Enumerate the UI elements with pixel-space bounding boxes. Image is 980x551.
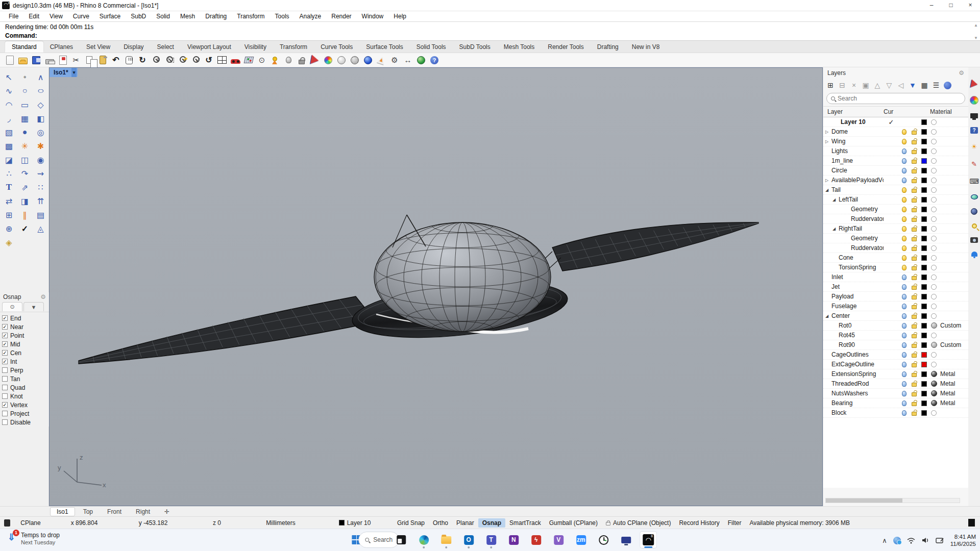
- new-file-button[interactable]: [4, 55, 15, 66]
- layer-color-swatch[interactable]: [921, 265, 927, 270]
- viewport-page-tab[interactable]: Iso1: [50, 507, 75, 516]
- osnap-tab[interactable]: ⊙: [2, 302, 22, 311]
- tool-button[interactable]: ∥: [17, 208, 32, 221]
- layer-name[interactable]: Layer 10: [841, 118, 866, 126]
- tool-button[interactable]: ◠: [2, 98, 16, 111]
- layer-visibility-bulb-icon[interactable]: [902, 391, 906, 396]
- taskbar-app-button[interactable]: ◠: [640, 531, 657, 548]
- current-layer-check[interactable]: ✓: [884, 118, 899, 126]
- status-item[interactable]: CPlane: [10, 518, 51, 528]
- layer-lock-icon[interactable]: [912, 228, 917, 232]
- layer-color-swatch[interactable]: [921, 158, 927, 164]
- viewport-page-tab[interactable]: Front: [101, 508, 128, 516]
- layer-name[interactable]: NutsWashers: [831, 390, 868, 397]
- menu-item[interactable]: View: [45, 12, 67, 21]
- tree-toggle-icon[interactable]: ▷: [825, 130, 831, 134]
- layer-color-swatch[interactable]: [921, 371, 927, 377]
- layer-color-swatch[interactable]: [921, 410, 927, 416]
- layer-name[interactable]: CageOutlines: [831, 351, 869, 358]
- layer-visibility-bulb-icon[interactable]: [902, 226, 906, 232]
- osnap-option[interactable]: Perp: [2, 366, 49, 374]
- tool-button[interactable]: ▦: [17, 112, 32, 125]
- pan-button[interactable]: [124, 55, 135, 66]
- toolbar-tab[interactable]: Solid Tools: [410, 41, 453, 53]
- render-button[interactable]: [362, 55, 374, 66]
- status-item[interactable]: Auto CPlane (Object): [602, 518, 675, 528]
- panel-tab[interactable]: [972, 223, 977, 229]
- layer-visibility-bulb-icon[interactable]: [902, 245, 906, 251]
- layer-material-icon[interactable]: [931, 284, 937, 290]
- checkbox[interactable]: ✓: [2, 402, 8, 408]
- layer-lock-icon[interactable]: [912, 150, 917, 154]
- layer-row[interactable]: 1m_line: [823, 156, 968, 166]
- layer-visibility-bulb-icon[interactable]: [902, 216, 906, 222]
- osnap-option[interactable]: Disable: [2, 418, 49, 427]
- layer-name[interactable]: Block: [831, 409, 846, 416]
- layer-color-swatch[interactable]: [921, 139, 927, 144]
- layer-row[interactable]: Rot90 Custom: [823, 340, 968, 350]
- layer-color-swatch[interactable]: [921, 381, 927, 387]
- weather-widget[interactable]: ⇓ Temps to drop Next Tuesday: [5, 532, 60, 546]
- layer-name[interactable]: Rot90: [839, 341, 855, 348]
- panel-tab[interactable]: [970, 79, 978, 88]
- layer-material-icon[interactable]: [931, 178, 937, 183]
- checkbox[interactable]: [2, 367, 8, 373]
- osnap-option[interactable]: Knot: [2, 392, 49, 400]
- layer-lock-icon[interactable]: [912, 189, 917, 193]
- status-end-icon[interactable]: [968, 519, 975, 527]
- menu-item[interactable]: Drafting: [201, 12, 231, 21]
- checkbox[interactable]: ✓: [2, 315, 8, 321]
- layer-name[interactable]: RuddervatorI: [851, 244, 884, 252]
- panel-tab[interactable]: [971, 208, 977, 215]
- toolbar-tab[interactable]: Transform: [273, 41, 314, 53]
- taskbar-app-button[interactable]: Search: [370, 531, 387, 548]
- tool-button[interactable]: ⊕: [2, 222, 16, 235]
- zoom-extents-button[interactable]: [190, 55, 201, 66]
- chevron-down-icon[interactable]: ▾: [71, 68, 77, 77]
- menu-item[interactable]: Window: [357, 12, 388, 21]
- layer-row[interactable]: Inlet: [823, 272, 968, 282]
- layer-name[interactable]: Center: [831, 312, 850, 319]
- layer-name[interactable]: Geometry: [851, 235, 878, 242]
- layer-color-swatch[interactable]: [921, 216, 927, 222]
- layer-row[interactable]: Block: [823, 408, 968, 418]
- tree-toggle-icon[interactable]: ◢: [832, 197, 839, 202]
- status-item[interactable]: Grid Snap: [393, 518, 429, 528]
- tree-toggle-icon[interactable]: ◢: [825, 188, 831, 192]
- toolbar-tab[interactable]: Set View: [80, 41, 117, 53]
- minimize-button[interactable]: –: [922, 0, 941, 11]
- zoom-selected-button[interactable]: [177, 55, 188, 66]
- layer-material-icon[interactable]: [931, 139, 937, 144]
- layer-color-swatch[interactable]: [921, 313, 927, 319]
- tool-button[interactable]: ◧: [33, 112, 48, 125]
- menu-item[interactable]: Tools: [271, 12, 294, 21]
- layer-color-swatch[interactable]: [921, 323, 927, 329]
- earth-button[interactable]: [415, 55, 427, 66]
- cplane-button[interactable]: ⊙: [256, 55, 267, 66]
- layer-material-icon[interactable]: [931, 333, 937, 338]
- open-file-button[interactable]: [17, 55, 29, 66]
- taskbar-app-button[interactable]: [415, 531, 432, 548]
- tool-button[interactable]: ▧: [2, 126, 16, 139]
- help-button[interactable]: [429, 55, 440, 66]
- layer-lock-icon[interactable]: [912, 392, 917, 396]
- osnap-option[interactable]: ✓ Mid: [2, 340, 49, 348]
- layer-visibility-bulb-icon[interactable]: [902, 255, 906, 261]
- layer-name[interactable]: Lights: [831, 147, 848, 155]
- layer-row[interactable]: RuddervatorI: [823, 214, 968, 224]
- layer-lock-icon[interactable]: [912, 344, 917, 348]
- osnap-option[interactable]: Tan: [2, 374, 49, 383]
- tree-toggle-icon[interactable]: ▷: [825, 178, 831, 183]
- layer-material-icon[interactable]: [931, 381, 937, 387]
- taskbar-app-button[interactable]: ϟ: [527, 531, 545, 548]
- layer-color-swatch[interactable]: [921, 304, 927, 309]
- viewport-title-tab[interactable]: Iso1* ▾: [50, 68, 78, 77]
- gear-icon[interactable]: ⚙: [959, 69, 964, 77]
- layer-name[interactable]: Wing: [831, 138, 845, 145]
- status-item[interactable]: Layer 10: [316, 518, 393, 528]
- layer-lock-icon[interactable]: [912, 354, 917, 358]
- taskbar-app-button[interactable]: [595, 531, 612, 548]
- save-button[interactable]: [31, 55, 42, 66]
- layer-visibility-bulb-icon[interactable]: [902, 148, 906, 154]
- layer-material-icon[interactable]: [931, 322, 937, 329]
